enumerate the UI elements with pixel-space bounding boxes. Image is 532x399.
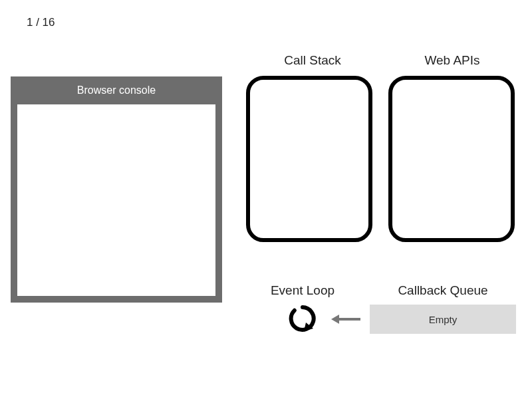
event-loop-title: Event Loop [253,283,352,298]
step-counter: 1 / 16 [27,16,55,29]
browser-console-title: Browser console [17,76,215,104]
callback-queue-title: Callback Queue [370,283,516,298]
browser-console-panel: Browser console [11,76,222,303]
call-stack-title: Call Stack [253,53,372,68]
svg-marker-2 [331,315,339,324]
web-apis-box [388,76,515,242]
web-apis-title: Web APIs [392,53,512,68]
callback-queue-status: Empty [429,314,458,325]
callback-queue-box: Empty [370,305,516,334]
call-stack-box [246,76,372,242]
browser-console-output [17,104,215,296]
loop-icon [289,305,317,332]
arrow-left-icon [331,313,362,326]
